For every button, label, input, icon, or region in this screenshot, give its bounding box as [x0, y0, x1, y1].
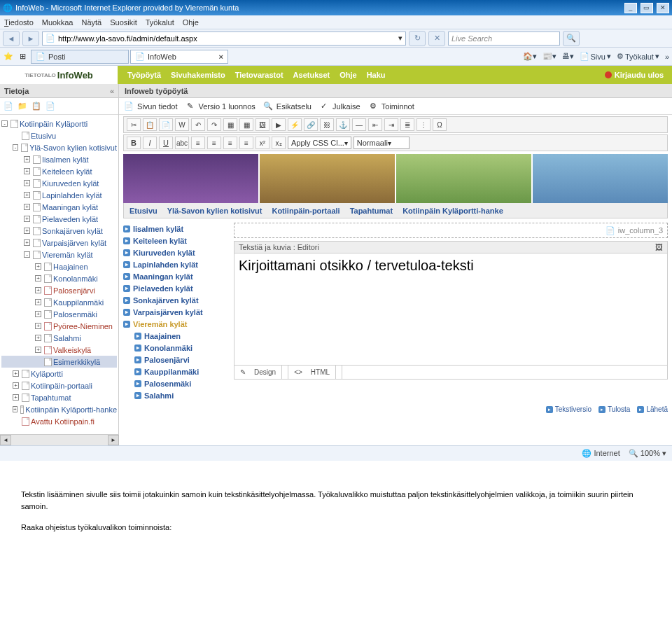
maximize-button[interactable]: ▭: [640, 3, 653, 13]
unlink-icon[interactable]: ⛓: [320, 118, 334, 131]
stop-button[interactable]: ✕: [428, 31, 445, 46]
tree-item[interactable]: +Valkeiskylä: [1, 344, 117, 356]
tree-item[interactable]: +Maaningan kylät: [1, 201, 117, 213]
action-tekstiversio[interactable]: ▸Tekstiversio: [546, 405, 592, 413]
subnav-item[interactable]: ▸Pielaveden kylät: [123, 282, 228, 294]
menu-help[interactable]: Ohje: [183, 18, 199, 27]
page-tab-tapahtumat[interactable]: Tapahtumat: [350, 207, 393, 215]
tree-item[interactable]: +Pielaveden kylät: [1, 213, 117, 225]
indent-out-icon[interactable]: ⇤: [368, 118, 382, 131]
search-field[interactable]: Live Search: [448, 32, 560, 46]
align-right-icon[interactable]: ≡: [223, 137, 237, 149]
subnav-item[interactable]: ▸Palosenmäki: [123, 377, 228, 389]
menu-tools[interactable]: Työkalut: [146, 18, 174, 27]
print-icon[interactable]: 🖶▾: [562, 52, 574, 61]
flash-icon[interactable]: ⚡: [288, 118, 302, 131]
btn-sivun-tiedot[interactable]: 📄Sivun tiedot: [123, 101, 177, 112]
editor-content[interactable]: Kirjoittamani otsikko / tervetuloa-tekst…: [239, 258, 474, 273]
tree-item[interactable]: +Kotiinpäin Kyläportti-hanke: [1, 403, 117, 415]
expand-icon[interactable]: +: [24, 204, 30, 210]
add-favorite-icon[interactable]: ⊞: [17, 51, 28, 62]
tree-item[interactable]: +Tapahtumat: [1, 391, 117, 403]
table2-icon[interactable]: ▦: [239, 118, 253, 131]
refresh-button[interactable]: ↻: [409, 31, 426, 46]
subnav-item[interactable]: ▸Vieremän kylät: [123, 318, 228, 330]
expand-icon[interactable]: +: [24, 192, 30, 198]
expand-icon[interactable]: +: [13, 406, 18, 412]
home-icon[interactable]: 🏠▾: [523, 52, 537, 61]
page-tab-portaali[interactable]: Kotiinpäin-portaali: [272, 207, 340, 215]
nav-sivuhakemisto[interactable]: Sivuhakemisto: [171, 71, 225, 79]
tree-item[interactable]: -Kotiinpäin Kyläportti: [1, 118, 117, 130]
expand-icon[interactable]: -: [24, 251, 30, 258]
tree-item[interactable]: +Haajainen: [1, 260, 117, 272]
tree-item[interactable]: +Palosenmäki: [1, 308, 117, 320]
page-tab-etusivu[interactable]: Etusivu: [130, 207, 158, 215]
scroll-left-icon[interactable]: ◄: [0, 435, 11, 445]
style-select[interactable]: Normaali▾: [354, 137, 410, 149]
redo-icon[interactable]: ↷: [207, 118, 221, 131]
tab-posti[interactable]: 📄 Posti: [31, 50, 129, 64]
tree-item[interactable]: +Lapinlahden kylät: [1, 189, 117, 201]
page-tab-hanke[interactable]: Kotiinpäin Kyläportti-hanke: [402, 207, 503, 215]
indent-in-icon[interactable]: ⇥: [384, 118, 398, 131]
nav-ohje[interactable]: Ohje: [340, 71, 356, 79]
copy-icon[interactable]: 📋: [31, 101, 42, 112]
tree-item[interactable]: +Konolanmäki: [1, 272, 117, 284]
tab-infoweb[interactable]: 📄 InfoWeb ×: [130, 50, 228, 64]
expand-icon[interactable]: +: [13, 370, 19, 377]
tree-item[interactable]: Esimerkkikylä: [1, 356, 117, 368]
paste-word-icon[interactable]: W: [175, 118, 189, 131]
page-tab-ylasavo[interactable]: Ylä-Savon kylien kotisivut: [167, 207, 262, 215]
expand-icon[interactable]: +: [35, 275, 41, 281]
zoom-indicator[interactable]: 🔍 100% ▾: [629, 449, 666, 458]
expand-icon[interactable]: +: [13, 382, 19, 389]
tree-item[interactable]: +Kauppilanmäki: [1, 296, 117, 308]
sup-icon[interactable]: x²: [255, 137, 270, 149]
btn-toiminnot[interactable]: ⚙Toiminnot: [368, 101, 414, 112]
nav-asetukset[interactable]: Asetukset: [293, 71, 330, 79]
forward-button[interactable]: ►: [22, 31, 39, 46]
subnav-item[interactable]: ▸Haajainen: [123, 330, 228, 342]
media-icon[interactable]: ▶: [272, 118, 286, 131]
nav-tyopoyta[interactable]: Työpöytä: [127, 71, 161, 79]
tree-item[interactable]: -Vieremän kylät: [1, 249, 117, 260]
subnav-item[interactable]: ▸Varpaisjärven kylät: [123, 306, 228, 318]
expand-icon[interactable]: +: [35, 347, 41, 353]
expand-icon[interactable]: +: [35, 299, 41, 305]
css-class-select[interactable]: Apply CSS Cl...▾: [288, 137, 351, 149]
column-placeholder[interactable]: 📄 iw_column_3: [234, 223, 668, 238]
table-icon[interactable]: ▦: [223, 118, 237, 131]
ol-icon[interactable]: ⋮: [416, 118, 430, 131]
tree-item[interactable]: +Kyläportti: [1, 368, 117, 380]
menu-view[interactable]: Näytä: [81, 18, 102, 27]
minimize-button[interactable]: _: [624, 3, 637, 13]
expand-icon[interactable]: +: [35, 335, 41, 341]
tree-hscroll[interactable]: ◄ ►: [0, 434, 119, 445]
logout-link[interactable]: Kirjaudu ulos: [605, 71, 672, 79]
expand-icon[interactable]: -: [1, 120, 8, 127]
html-tab[interactable]: <>HTML: [288, 366, 342, 379]
subnav-item[interactable]: ▸Lapinlahden kylät: [123, 258, 228, 270]
favorites-icon[interactable]: ⭐: [3, 51, 14, 62]
nav-tietovarastot[interactable]: Tietovarastot: [235, 71, 284, 79]
expand-icon[interactable]: +: [24, 180, 30, 186]
editor-settings-icon[interactable]: 🖼: [655, 243, 663, 251]
expand-icon[interactable]: +: [35, 263, 41, 270]
paste-icon[interactable]: 📄: [159, 118, 173, 131]
url-input[interactable]: [58, 34, 396, 43]
nav-haku[interactable]: Haku: [367, 71, 386, 79]
expand-icon[interactable]: +: [24, 216, 30, 222]
expand-icon[interactable]: +: [35, 311, 41, 317]
tree-item[interactable]: +Keiteleen kylät: [1, 165, 117, 177]
subnav-item[interactable]: ▸Maaningan kylät: [123, 270, 228, 282]
feeds-icon[interactable]: 📰▾: [542, 52, 556, 61]
link-icon[interactable]: 🔗: [304, 118, 318, 131]
subnav-item[interactable]: ▸Salahmi: [123, 389, 228, 401]
search-button[interactable]: 🔍: [563, 31, 580, 46]
design-tab[interactable]: ✎Design: [234, 366, 288, 379]
cut-icon[interactable]: ✂: [127, 118, 141, 131]
menu-favorites[interactable]: Suosikit: [110, 18, 137, 27]
ul-icon[interactable]: ≣: [400, 118, 414, 131]
tree-item[interactable]: Avattu Kotiinpain.fi: [1, 415, 117, 427]
